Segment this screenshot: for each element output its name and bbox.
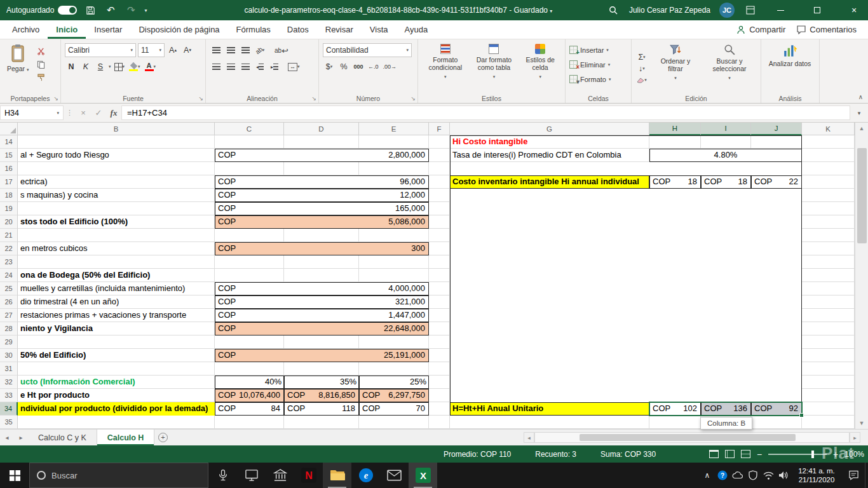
network-icon[interactable] [761,463,776,488]
action-center-icon[interactable] [842,463,865,488]
insert-cells-button[interactable]: + Insertar▾ [569,44,627,56]
share-button[interactable]: Compartir [736,25,785,34]
start-button[interactable] [0,463,29,488]
cell-J34[interactable]: COP92 [751,402,802,416]
ribbon-tab-revisar[interactable]: Revisar [317,20,362,39]
format-painter-icon[interactable] [34,71,47,84]
autosum-button[interactable]: Σ ▾ [635,52,648,62]
cell-C22[interactable]: COP300 [215,242,429,255]
cell-B32[interactable]: ucto (Información Comercial) [18,376,215,389]
cell-B25[interactable]: muelles y carretillas (incluida mantenim… [18,282,215,295]
decrease-font-size-button[interactable]: A▾ [181,44,194,57]
format-cells-button[interactable]: ▾ Formato▾ [569,73,627,85]
search-icon[interactable] [606,3,620,17]
ribbon-tab-datos[interactable]: Datos [279,20,317,39]
col-header-D[interactable]: D [284,123,359,135]
onedrive-icon[interactable] [730,463,745,488]
excel-icon[interactable]: X [409,463,437,488]
align-middle-button[interactable] [224,44,237,57]
comments-button[interactable]: Comentarios [797,25,857,34]
select-all-corner[interactable] [0,123,18,135]
wrap-text-button[interactable]: ab↩ [273,44,290,57]
align-bottom-button[interactable] [239,44,252,57]
cell-G34[interactable]: H=Ht+Hi Anual Unitario [450,402,649,416]
row-header-29[interactable]: 29 [0,336,18,349]
cell-B17[interactable]: ectrica) [18,175,215,189]
align-center-button[interactable] [224,60,237,73]
paste-button[interactable]: Pegar ▾ [4,42,32,84]
cell-B28[interactable]: niento y Vigilancia [18,322,215,336]
cell-B24[interactable]: ona de Bodega (50% del Edificio) [18,269,215,282]
row-header-19[interactable]: 19 [0,202,18,215]
col-header-J[interactable]: J [751,123,802,135]
cell-B18[interactable]: s maquinas) y cocina [18,189,215,202]
ribbon-tab-inicio[interactable]: Inicio [48,20,86,39]
cell-C33[interactable]: COP10,076,400 [215,389,284,402]
taskbar-search[interactable]: Buscar [29,463,208,488]
mic-icon[interactable] [208,463,237,488]
alignment-dialog-launcher-icon[interactable]: ↘ [311,95,316,102]
vertical-scroll-thumb[interactable] [857,148,867,243]
col-header-C[interactable]: C [215,123,284,135]
page-layout-view-icon[interactable] [725,450,735,458]
formula-input[interactable]: =H17+C34 [121,105,850,120]
zoom-slider-thumb[interactable] [811,451,814,458]
merge-center-button[interactable]: ↔▾ [287,60,301,73]
cell-E33[interactable]: COP6,297,750 [359,389,429,402]
vertical-scrollbar[interactable]: ▲ ▼ [855,123,868,429]
col-header-I[interactable]: I [701,123,751,135]
cell-G15[interactable]: Tasa de interes(i) Promedio CDT en Colom… [450,149,649,162]
ribbon-tab-insertar[interactable]: Insertar [86,20,130,39]
sheet-tab-calculo-c-y-k[interactable]: Calculo C y K [28,430,97,445]
col-header-G[interactable]: G [450,123,649,135]
delete-cells-button[interactable]: × Eliminar▾ [569,58,627,71]
font-name-select[interactable]: Calibri▾ [65,43,136,57]
name-box[interactable]: H34▾ [0,105,64,120]
italic-button[interactable]: K [79,60,92,73]
normal-view-icon[interactable] [709,450,719,458]
increase-indent-button[interactable]: ▸ [268,60,281,73]
ribbon-tab-archivo[interactable]: Archivo [4,20,48,39]
col-header-F[interactable]: F [429,123,450,135]
fill-color-button[interactable]: ▾ [128,60,142,73]
show-desktop-button[interactable] [865,463,868,488]
comma-style-button[interactable]: 000 [352,60,365,73]
cell-C15[interactable]: COP2,800,000 [215,149,429,162]
clipboard-dialog-launcher-icon[interactable]: ↘ [53,95,58,102]
mail-icon[interactable] [380,463,409,488]
row-header-14[interactable]: 14 [0,135,18,149]
volume-icon[interactable] [776,463,791,488]
col-header-E[interactable]: E [359,123,429,135]
row-header-30[interactable]: 30 [0,349,18,362]
grid-cells[interactable]: al + Seguro todo Riesgoectrica)s maquina… [0,135,855,429]
currency-format-button[interactable]: $▾ [323,60,336,73]
row-header-20[interactable]: 20 [0,215,18,229]
close-button[interactable]: × [840,0,868,20]
font-size-select[interactable]: 11▾ [138,43,165,57]
netflix-icon[interactable]: N [294,463,323,488]
cell-I34[interactable]: COP136 [701,402,751,416]
help-icon[interactable]: ? [715,463,730,488]
sheet-nav-left-icon[interactable]: ◂ [0,430,14,445]
cell-styles-button[interactable]: Estilos de celda▾ [519,42,561,93]
row-header-16[interactable]: 16 [0,162,18,175]
zoom-slider[interactable] [768,454,827,455]
monitor-icon[interactable] [237,463,266,488]
underline-caret-icon[interactable]: ▾ [109,64,111,69]
col-header-B[interactable]: B [18,123,215,135]
cancel-formula-icon[interactable]: × [76,104,91,122]
ribbon-tab-formulas[interactable]: Fórmulas [228,20,279,39]
cell-H15[interactable]: 4.80% [649,149,802,162]
cell-C20[interactable]: COP5,086,000 [215,215,429,229]
cell-C34[interactable]: COP84 [215,402,284,416]
cell-B20[interactable]: stos todo el Edificio (100%) [18,215,215,229]
col-header-K[interactable]: K [802,123,855,135]
row-header-22[interactable]: 22 [0,242,18,255]
cell-C28[interactable]: COP22,648,000 [215,322,429,336]
fill-button[interactable]: ↓ ▾ [635,64,648,74]
find-select-button[interactable]: Buscar y seleccionar▾ [703,42,756,93]
minimize-button[interactable] [766,0,794,20]
row-header-35[interactable]: 35 [0,416,18,429]
row-header-24[interactable]: 24 [0,269,18,282]
cell-C26[interactable]: COP321,000 [215,295,429,309]
